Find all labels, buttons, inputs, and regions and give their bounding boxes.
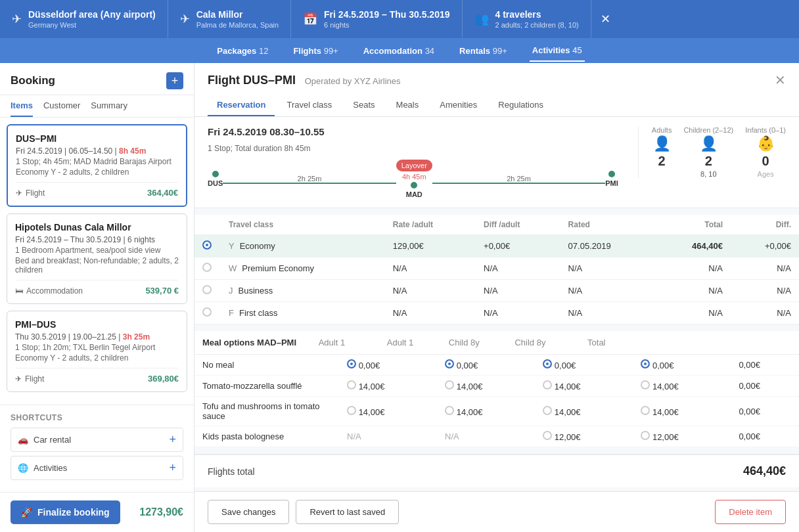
sidebar-tabs: Items Customer Summary	[0, 95, 194, 118]
right-scroll: Fri 24.5.2019 08.30–10.55 1 Stop; Total …	[194, 117, 799, 491]
item-detail2-hotel: Bed and breakfast; Non-refundable; 2 adu…	[15, 256, 179, 275]
header-close-icon[interactable]: ✕	[591, 0, 620, 38]
destination-sub: Palma de Mallorca, Spain	[196, 21, 279, 29]
save-changes-button[interactable]: Save changes	[208, 500, 289, 524]
col-header-travel-class: Travel class	[221, 215, 385, 235]
nav-packages[interactable]: Packages 12	[214, 41, 271, 61]
meal-name-kids-pasta: Kids pasta bolognese	[194, 426, 339, 447]
add-item-button[interactable]: +	[166, 72, 183, 89]
col-header-rate: Rate /adult	[385, 215, 476, 235]
table-row-economy[interactable]: YEconomy 129,00€ +0,00€ 07.05.2019 464,4…	[194, 235, 799, 257]
meal-section: Meal options MAD–PMI Adult 1 Adult 1 Chi…	[194, 331, 799, 447]
hotel-icon: 🛏	[15, 286, 23, 296]
meal-row-tofu: Tofu and mushrooms in tomato sauce 14,00…	[194, 397, 799, 426]
date-range: Fri 24.5.2019 – Thu 30.5.2019	[324, 9, 449, 20]
infants-col: Infants (0–1) 👶 0 Ages	[745, 126, 786, 178]
flight-title-row: Flight DUS–PMI Operated by XYZ Airlines …	[208, 72, 786, 88]
meal-table: No meal 0,00€ 0,00€ 0,00€ 0,00€ 0,00€ To…	[194, 355, 799, 447]
panel-tabs: Reservation Travel class Seats Meals Ame…	[208, 95, 786, 116]
plane-dest-icon: ✈	[180, 12, 190, 26]
meal-row-kids-pasta: Kids pasta bolognese N/A N/A 12,00€ 12,0…	[194, 426, 799, 447]
action-btns-left: Save changes Revert to last saved	[208, 500, 399, 524]
route-seg-1: 2h 25m	[223, 175, 396, 184]
table-row-business[interactable]: JBusiness N/A N/A N/A N/A N/A	[194, 280, 799, 302]
tab-meals[interactable]: Meals	[387, 95, 428, 116]
tab-customer[interactable]: Customer	[43, 100, 80, 117]
meal-row-tomato: Tomato-mozzarella soufflé 14,00€ 14,00€ …	[194, 376, 799, 397]
children-col: Children (2–12) 👤 2 8, 10	[683, 126, 733, 178]
booking-title: Booking	[11, 74, 55, 87]
item-detail1-hotel: 1 Bedroom Apartment, sea/pool side view	[15, 246, 179, 255]
delete-item-button[interactable]: Delete item	[715, 500, 786, 524]
col-header-rated: Rated	[560, 215, 655, 235]
tab-reservation[interactable]: Reservation	[208, 95, 275, 116]
route-node-dus: DUS	[208, 171, 223, 187]
traveler-detail: 2 adults; 2 children (8, 10)	[495, 21, 579, 29]
item-detail2-flight1: Economy Y - 2 adults, 2 children	[16, 167, 178, 177]
activities-add-icon[interactable]: +	[169, 461, 176, 475]
tab-travel-class[interactable]: Travel class	[277, 95, 341, 116]
tab-amenities[interactable]: Amenities	[430, 95, 486, 116]
radio-business[interactable]	[194, 280, 221, 302]
item-type-flight2: ✈ Flight	[15, 374, 44, 384]
flight-icon1: ✈	[16, 188, 22, 198]
travelers-icon: 👥	[474, 12, 489, 26]
traveler-count: 4 travelers	[495, 9, 579, 20]
col-header-diff: Diff.	[731, 215, 799, 235]
item-date-hotel: Fri 24.5.2019 – Thu 30.5.2019 | 6 nights	[15, 235, 179, 244]
nav-rentals[interactable]: Rentals 99+	[457, 41, 510, 61]
item-footer-hotel: 🛏 Accommodation 539,70 €	[15, 280, 179, 296]
shortcuts-title: Shortcuts	[11, 413, 183, 422]
radio-premium[interactable]	[194, 257, 221, 280]
item-title-flight1: DUS–PMI	[16, 133, 178, 144]
meal-row-no-meal: No meal 0,00€ 0,00€ 0,00€ 0,00€ 0,00€	[194, 355, 799, 376]
nav-flights[interactable]: Flights 99+	[290, 41, 340, 61]
destination-name: Cala Millor	[196, 9, 279, 20]
traveler-counts: Adults 👤 2 Children (2–12) 👤 2 8, 10 Inf…	[638, 126, 786, 178]
item-footer-flight1: ✈ Flight 364,40€	[16, 182, 178, 198]
car-icon: 🚗	[18, 435, 28, 445]
tab-seats[interactable]: Seats	[344, 95, 384, 116]
adults-col: Adults 👤 2	[652, 126, 672, 169]
item-detail1-flight1: 1 Stop; 4h 45m; MAD Madrid Barajas Airpo…	[16, 157, 178, 166]
panel-close-icon[interactable]: ✕	[775, 72, 786, 88]
route-seg-2: 2h 25m	[432, 175, 605, 184]
shortcut-activities[interactable]: 🌐 Activities +	[11, 456, 183, 480]
meal-options-header: Meal options MAD–PMI Adult 1 Adult 1 Chi…	[194, 331, 799, 355]
header-origin: ✈ Düsseldorf area (Any airport) Germany …	[0, 0, 168, 38]
route-layover-mad: Layover 4h 45m MAD	[396, 160, 432, 198]
shortcut-car-rental[interactable]: 🚗 Car rental +	[11, 428, 183, 452]
nav-accomodation[interactable]: Accomodation 34	[361, 41, 437, 61]
main-layout: Booking + Items Customer Summary DUS–PMI…	[0, 63, 799, 532]
item-price-hotel: 539,70 €	[145, 286, 179, 296]
item-date-flight2: Thu 30.5.2019 | 19.00–21.25 | 3h 25m	[15, 332, 179, 342]
travel-class-section: Travel class Rate /adult Diff /adult Rat…	[194, 215, 799, 324]
booking-item-hotel[interactable]: Hipotels Dunas Cala Millor Fri 24.5.2019…	[7, 213, 187, 304]
tab-items[interactable]: Items	[11, 100, 33, 117]
revert-button[interactable]: Revert to last saved	[296, 500, 399, 524]
meal-name-no-meal: No meal	[194, 355, 339, 376]
table-row-first[interactable]: FFirst class N/A N/A N/A N/A N/A	[194, 302, 799, 324]
radio-economy[interactable]	[194, 235, 221, 257]
booking-item-flight1[interactable]: DUS–PMI Fri 24.5.2019 | 06.05–14.50 | 8h…	[7, 124, 187, 207]
flight-icon2: ✈	[15, 374, 22, 384]
flight-datetime: Fri 24.5.2019 08.30–10.55	[208, 126, 325, 137]
tab-summary[interactable]: Summary	[91, 100, 127, 117]
item-footer-flight2: ✈ Flight 369,80€	[15, 368, 179, 384]
flights-total-bar: Flights total 464,40€	[194, 454, 799, 487]
car-rental-add-icon[interactable]: +	[169, 433, 176, 447]
header-travelers: 👥 4 travelers 2 adults; 2 children (8, 1…	[463, 0, 591, 38]
nav-activities[interactable]: Activities 45	[530, 40, 585, 62]
table-row-premium-economy[interactable]: WPremium Economy N/A N/A N/A N/A N/A	[194, 257, 799, 280]
header-dates: 📅 Fri 24.5.2019 – Thu 30.5.2019 6 nights	[291, 0, 462, 38]
rocket-icon: 🚀	[21, 507, 32, 518]
item-date-flight1: Fri 24.5.2019 | 06.05–14.50 | 8h 45m	[16, 146, 178, 156]
finalize-booking-button[interactable]: 🚀 Finalize booking	[11, 500, 120, 524]
origin-sub: Germany West	[28, 21, 156, 29]
tab-regulations[interactable]: Regulations	[489, 95, 553, 116]
right-panel: Flight DUS–PMI Operated by XYZ Airlines …	[194, 63, 799, 532]
booking-item-flight2[interactable]: PMI–DUS Thu 30.5.2019 | 19.00–21.25 | 3h…	[7, 311, 187, 392]
nav-bar: Packages 12 Flights 99+ Accomodation 34 …	[0, 38, 799, 63]
radio-first[interactable]	[194, 302, 221, 324]
flights-total-label: Flights total	[208, 466, 255, 477]
